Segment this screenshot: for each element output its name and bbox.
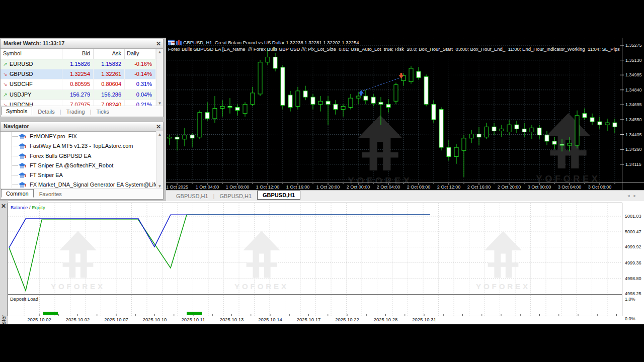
time-axis-label: 2 Oct 08:00 (407, 185, 431, 190)
price-axis-label: 1.35275 (625, 43, 642, 48)
price-axis-label: 1.35130 (625, 58, 642, 63)
navigator-item[interactable]: FastWay EA MT5 v1.23 - TopEAstore.com (1, 141, 163, 151)
navigator-title: Navigator (4, 123, 29, 129)
tab-navigator-0[interactable]: Common (1, 189, 34, 198)
candle-body (605, 123, 609, 125)
symbol-name: USDJPY (10, 92, 31, 98)
candle-body (500, 129, 504, 131)
column-symbol[interactable]: Symbol (1, 49, 62, 59)
tester-date-label: 2025.10.10 (143, 317, 167, 322)
table-row[interactable]: ↘USDCHF 0.80595 0.80604 0.31% (1, 79, 163, 89)
tab-navigator-1[interactable]: Favorites (35, 191, 66, 198)
deposit-load-chart[interactable] (8, 295, 622, 316)
navigator-item[interactable]: FT Sniper EA @SoftechFX_Robot (1, 161, 163, 170)
time-axis-label: 1 Oct 08:00 (226, 185, 250, 190)
candle-body (251, 93, 255, 104)
candlestick-chart[interactable]: YOFOREXYOFOREX1.352751.351301.349851.348… (166, 38, 644, 190)
navigator-item[interactable]: Forex Bulls GBPUSD EA (1, 151, 163, 161)
deposit-load-bar (187, 312, 202, 315)
tree-branch-line (12, 136, 18, 137)
symbol-name: USDCHF (10, 81, 33, 87)
table-row[interactable]: ↗USDJPY 156.279 156.286 0.04% (1, 90, 163, 100)
time-axis-label: 1 Oct 2025 (166, 185, 188, 190)
expert-advisor-icon (19, 172, 26, 178)
tester-date-label: 2025.10.22 (335, 317, 359, 322)
chart-tabs: GBPUSD,H1|GBPUSD,H1GBPUSD,H1 (171, 192, 301, 200)
price-axis-label: 1.34985 (625, 72, 642, 77)
trend-arrow-icon: ↗ (3, 90, 10, 100)
column-daily-change[interactable]: Daily Ch... (125, 49, 155, 59)
ask-value: 1.15832 (94, 59, 125, 69)
tab-market-watch-3[interactable]: Ticks (92, 108, 113, 115)
tab-market-watch-0[interactable]: Symbols (1, 107, 32, 115)
candle-body (462, 138, 466, 150)
candle-body (537, 128, 541, 135)
scroll-up-icon[interactable]: ▲ (156, 131, 163, 138)
scroll-up-icon[interactable]: ▲ (156, 49, 163, 55)
candle-body (281, 67, 285, 106)
buy-arrow-icon[interactable] (359, 90, 364, 96)
candle-body (560, 144, 564, 145)
candle-body (575, 116, 579, 145)
tree-branch-line (12, 146, 18, 146)
close-icon[interactable]: ✕ (156, 40, 161, 48)
candle-body (190, 135, 194, 138)
tester-value-label: 4998.80 (625, 276, 641, 281)
column-ask[interactable]: Ask (94, 49, 125, 59)
candle-body (454, 147, 458, 156)
candle-body (326, 101, 330, 104)
candle-body (379, 102, 383, 104)
tab-separator: | (90, 109, 92, 115)
navigator-item[interactable]: EzMONEY.pro_FIX (1, 132, 163, 141)
candle-body (439, 110, 443, 148)
chart-tab-0[interactable]: GBPUSD,H1 (172, 193, 213, 200)
tester-date-label: 2025.10.02 (66, 317, 90, 322)
daily-change-value: -0.14% (125, 69, 155, 79)
close-icon[interactable]: ✕ (1, 203, 6, 210)
navigator-scrollbar[interactable]: ▲ ▼ (156, 131, 163, 190)
time-axis-label: 1 Oct 20:00 (316, 185, 340, 190)
chart-tab-1[interactable]: GBPUSD,H1 (215, 193, 256, 200)
candle-body (213, 109, 217, 119)
candle-body (288, 95, 292, 107)
candle-body (409, 68, 413, 82)
expert-advisor-icon (19, 153, 26, 159)
candle-body (349, 98, 353, 107)
tree-branch-line (12, 185, 18, 185)
tab-separator: | (213, 193, 215, 199)
candle-body (485, 127, 489, 137)
price-axis-label: 1.34695 (625, 102, 642, 107)
candle-body (386, 104, 390, 107)
time-axis-label: 1 Oct 16:00 (286, 185, 310, 190)
navigator-item[interactable]: FT Sniper EA (1, 170, 163, 180)
symbol-name: GBPUSD (10, 71, 33, 77)
candle-body (205, 113, 209, 119)
close-icon[interactable]: ✕ (156, 123, 161, 131)
strategy-tester-vertical-tab[interactable]: Strategy Tester (1, 315, 7, 324)
balance-equity-chart[interactable]: YOFOREXYOFOREXYOFOREX (8, 203, 622, 295)
candle-body (356, 96, 360, 98)
tab-scroll-arrows[interactable]: ◂▸ (627, 193, 640, 198)
navigator-caption: Navigator ✕ (1, 122, 163, 132)
chart-tab-2[interactable]: GBPUSD,H1 (257, 191, 300, 200)
trend-arrow-icon: ↗ (3, 59, 10, 69)
table-row[interactable]: ↘GBPUSD 1.32254 1.32261 -0.14% (1, 69, 163, 79)
column-bid[interactable]: Bid (62, 49, 94, 59)
candle-body (583, 114, 587, 118)
svg-text:YOFOREX: YOFOREX (234, 282, 289, 291)
daily-change-value: -0.16% (125, 59, 155, 69)
chart-title-line: GBPUSD, H1: Great Britain Pound vs US Do… (168, 39, 622, 46)
chart-window: YOFOREXYOFOREX1.352751.351301.349851.348… (166, 38, 644, 190)
table-row[interactable]: ↗EURUSD 1.15826 1.15832 -0.16% (1, 59, 163, 69)
tester-date-label: 2025.10.17 (297, 317, 321, 322)
market-watch-header: Symbol Bid Ask Daily Ch... (1, 49, 163, 59)
market-watch-scrollbar[interactable]: ▲ ▼ (156, 49, 163, 107)
time-axis-label: 3 Oct 00:00 (528, 185, 551, 190)
candle-body (311, 97, 315, 104)
tester-value-label: 4999.92 (625, 244, 641, 249)
candle-body (175, 137, 179, 139)
tab-market-watch-1[interactable]: Details (33, 108, 59, 115)
candle-body (530, 128, 534, 132)
tab-market-watch-2[interactable]: Trading (62, 108, 90, 115)
tester-value-label: 4998.25 (625, 291, 641, 296)
